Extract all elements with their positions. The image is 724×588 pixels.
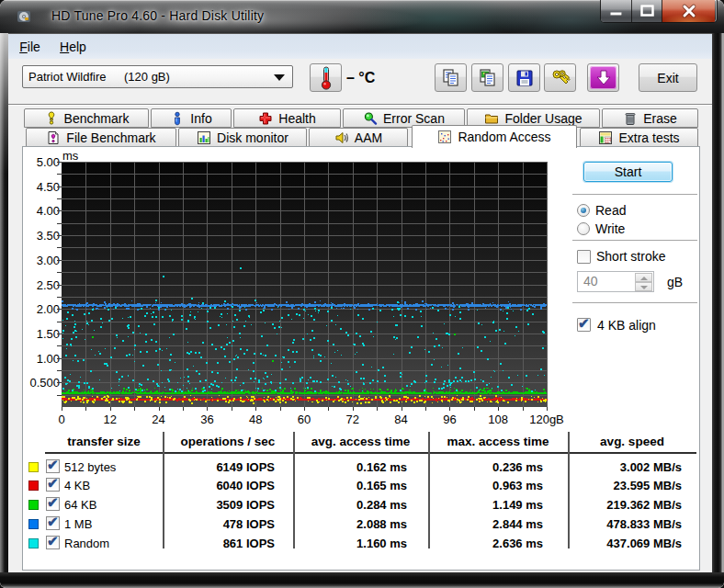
window-title: HD Tune Pro 4.60 - Hard Disk Utility <box>51 0 264 30</box>
x-tick-label: 36 <box>181 413 232 426</box>
series-color-swatch <box>28 481 39 491</box>
size-input[interactable]: 40 <box>577 271 654 292</box>
down-arrow-icon <box>640 286 648 289</box>
save-icon <box>515 68 535 88</box>
bar-chart-icon <box>197 130 211 145</box>
maximize-icon <box>632 0 662 22</box>
cell-avg: 0.165 ms <box>288 479 407 492</box>
up-arrow-icon <box>640 277 648 280</box>
align-label: 4 KB align <box>597 318 656 333</box>
tab-disk-monitor[interactable]: Disk monitor <box>178 128 307 147</box>
y-tick-label: 3.00 <box>23 253 60 266</box>
temperature-value: – °C <box>346 70 375 85</box>
x-tick-label: 12 <box>85 413 136 426</box>
y-tick-label: 3.50 <box>23 229 60 243</box>
temperature-readout: – °C <box>346 63 389 92</box>
series-color-swatch <box>28 519 39 529</box>
row-checkbox[interactable]: ✔ <box>46 536 60 549</box>
window-border-bottom <box>0 572 724 588</box>
cell-max: 2.636 ms <box>424 537 543 550</box>
table-header: operations / sec <box>163 435 293 448</box>
cell-avg: 2.088 ms <box>288 517 407 531</box>
copy-icon <box>441 68 461 88</box>
speaker-icon <box>334 130 349 145</box>
cell-ops: 6149 IOPS <box>155 460 275 474</box>
copy-image-button[interactable] <box>471 63 503 92</box>
write-radio[interactable] <box>577 222 590 235</box>
spin-down-button[interactable] <box>635 282 652 291</box>
tab-erase[interactable]: Erase <box>602 108 698 128</box>
save-button[interactable] <box>508 63 540 92</box>
check-mark: ✔ <box>47 457 59 473</box>
y-tick-label: 4.50 <box>23 179 60 193</box>
cell-speed: 478.833 MB/s <box>562 517 682 531</box>
x-tick-label: 0 <box>36 413 87 426</box>
close-button[interactable] <box>662 0 715 22</box>
align-checkbox[interactable]: ✔ <box>577 318 591 332</box>
drive-select-combobox[interactable]: Patriot Wildfire (120 gB) <box>22 65 293 88</box>
cell-ops: 3509 IOPS <box>155 498 275 512</box>
thermometer-icon <box>320 66 333 90</box>
download-button[interactable] <box>587 63 619 92</box>
benchmark-icon <box>44 111 59 126</box>
spin-up-button[interactable] <box>635 273 652 282</box>
short-stroke-checkbox[interactable]: ✔ <box>577 250 591 264</box>
maximize-button[interactable] <box>631 0 662 22</box>
row-checkbox[interactable]: ✔ <box>46 459 60 473</box>
cell-max: 0.963 ms <box>424 479 543 492</box>
y-tick-label: 1.50 <box>23 326 60 340</box>
copy-button[interactable] <box>435 63 467 92</box>
panel-separator <box>572 302 697 303</box>
close-icon <box>662 0 716 22</box>
start-button[interactable]: Start <box>583 162 673 182</box>
radio-dot <box>581 208 586 213</box>
tab-label: Benchmark <box>64 111 130 126</box>
x-tick-label: 72 <box>327 413 379 426</box>
minimize-icon <box>601 0 631 22</box>
temperature-button[interactable] <box>310 63 342 92</box>
exit-button[interactable]: Exit <box>639 63 697 92</box>
panel-separator <box>572 194 697 195</box>
tab-random-access[interactable]: Random Access <box>412 125 577 148</box>
copy-image-icon <box>478 68 498 88</box>
check-mark: ✔ <box>47 533 59 549</box>
row-checkbox[interactable]: ✔ <box>46 497 60 511</box>
download-face <box>590 66 617 89</box>
row-checkbox[interactable]: ✔ <box>46 516 60 530</box>
y-tick-label: 1.00 <box>23 351 60 365</box>
table-header: avg. access time <box>293 435 428 448</box>
size-spinner <box>635 273 652 290</box>
cell-speed: 3.002 MB/s <box>562 460 682 474</box>
tab-aam[interactable]: AAM <box>309 128 408 147</box>
table-header-underline <box>45 452 696 454</box>
row-label: 1 MB <box>64 517 92 531</box>
x-tick-label: 84 <box>376 413 427 426</box>
folder-icon <box>484 111 499 126</box>
title-bar[interactable]: HD Tune Pro 4.60 - Hard Disk Utility <box>0 0 724 33</box>
read-label: Read <box>595 203 626 218</box>
cell-speed: 219.362 MB/s <box>562 498 682 512</box>
read-radio[interactable] <box>577 204 590 217</box>
cell-max: 2.844 ms <box>424 517 543 531</box>
row-checkbox[interactable]: ✔ <box>46 478 60 492</box>
table-header: transfer size <box>44 435 164 448</box>
tab-benchmark[interactable]: Benchmark <box>24 108 149 128</box>
series-color-swatch <box>28 462 39 472</box>
y-tick-label: 2.00 <box>23 302 60 316</box>
tab-extra-tests[interactable]: Extra tests <box>580 128 698 147</box>
extra-tests-icon <box>598 130 613 145</box>
minimize-button[interactable] <box>601 0 631 22</box>
y-tick-label: 4.00 <box>23 204 60 218</box>
tab-page: ms5.004.504.003.503.002.502.001.501.000.… <box>22 146 700 571</box>
tab-file-benchmark[interactable]: File Benchmark <box>26 128 176 147</box>
tab-info[interactable]: Info <box>151 108 232 128</box>
tab-health[interactable]: Health <box>233 108 341 128</box>
download-arrow-icon <box>596 70 611 86</box>
keys-button[interactable] <box>544 63 576 92</box>
cell-speed: 437.069 MB/s <box>562 537 682 550</box>
menu-help[interactable]: Help <box>52 35 94 60</box>
magnifier-icon <box>363 111 378 126</box>
keys-icon <box>549 67 571 89</box>
info-icon <box>170 111 185 126</box>
menu-file[interactable]: File <box>14 35 46 60</box>
